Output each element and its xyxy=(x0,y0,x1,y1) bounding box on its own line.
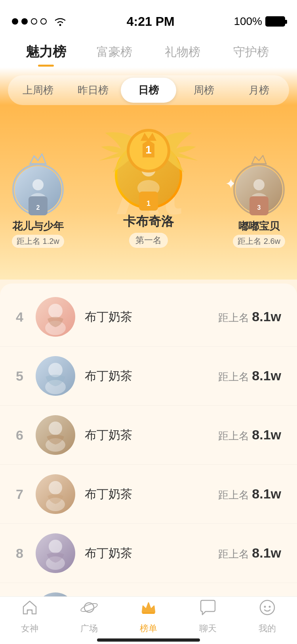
subtab-today[interactable]: 日榜 xyxy=(121,78,176,103)
rank2-sub: 距上名 1.2w xyxy=(12,235,64,248)
signal-dot-4 xyxy=(40,18,47,25)
svg-marker-6 xyxy=(30,154,46,164)
svg-point-30 xyxy=(49,540,62,553)
svg-point-28 xyxy=(49,481,62,494)
sub-tabs: 上周榜 昨日榜 日榜 周榜 月榜 xyxy=(8,75,289,105)
list-rank-8: 8 xyxy=(16,546,36,561)
list-name-6: 布丁奶茶 xyxy=(85,427,218,443)
list-score-6: 距上名 8.1w xyxy=(218,427,281,443)
list-item[interactable]: 7 布丁奶茶 距上名 8.1w xyxy=(0,465,297,524)
top-tabs: 魅力榜 富豪榜 礼物榜 守护榜 xyxy=(0,35,297,67)
list-name-4: 布丁奶茶 xyxy=(85,309,218,325)
svg-text:1: 1 xyxy=(145,144,152,156)
svg-rect-36 xyxy=(142,612,155,614)
list-score-num-6: 8.1w xyxy=(252,427,281,442)
list-score-8: 距上名 8.1w xyxy=(218,545,281,561)
list-rank-7: 7 xyxy=(16,487,36,502)
list-score-7: 距上名 8.1w xyxy=(218,486,281,502)
svg-point-37 xyxy=(260,600,274,615)
nav-item-goddess[interactable]: 女神 xyxy=(21,599,38,634)
home-indicator xyxy=(97,638,200,642)
list-rank-5: 5 xyxy=(16,368,36,384)
rank2-entry[interactable]: 2 花儿与少年 距上名 1.2w xyxy=(12,164,64,248)
svg-point-0 xyxy=(59,24,61,26)
face-icon xyxy=(259,599,276,620)
battery-icon xyxy=(265,16,285,27)
list-avatar-4 xyxy=(36,297,75,337)
wifi-icon xyxy=(53,16,67,27)
subtab-month[interactable]: 月榜 xyxy=(231,78,287,103)
list-name-7: 布丁奶茶 xyxy=(85,486,218,502)
svg-point-8 xyxy=(32,179,44,190)
list-avatar-7 xyxy=(36,474,75,514)
svg-text:2: 2 xyxy=(36,204,40,211)
sub-tabs-wrapper: 上周榜 昨日榜 日榜 周榜 月榜 xyxy=(0,67,297,105)
nav-item-chat[interactable]: 聊天 xyxy=(199,599,217,634)
tab-rich-list[interactable]: 富豪榜 xyxy=(80,40,149,67)
planet-icon xyxy=(80,599,98,620)
list-score-num-5: 8.1w xyxy=(252,368,281,383)
svg-point-39 xyxy=(269,606,271,608)
signal-dot-2 xyxy=(21,18,28,25)
wings-decoration: 1 xyxy=(89,113,208,186)
status-bar: 4:21 PM 100% xyxy=(0,0,297,35)
nav-item-mine[interactable]: 我的 xyxy=(259,599,276,634)
rank2-badge: 2 xyxy=(29,196,48,215)
nav-item-plaza[interactable]: 广场 xyxy=(80,599,98,634)
list-avatar-6 xyxy=(36,415,75,455)
svg-point-22 xyxy=(48,304,63,318)
nav-label-plaza: 广场 xyxy=(80,623,98,634)
svg-text:3: 3 xyxy=(257,204,261,211)
list-score-num-4: 8.1w xyxy=(252,309,281,324)
nav-item-leaderboard[interactable]: 榜单 xyxy=(140,599,157,634)
list-score-4: 距上名 8.1w xyxy=(218,309,281,325)
nav-label-mine: 我的 xyxy=(259,623,276,634)
svg-point-38 xyxy=(264,606,266,608)
list-item[interactable]: 6 布丁奶茶 距上名 8.1w xyxy=(0,406,297,465)
list-item[interactable]: 5 布丁奶茶 距上名 8.1w xyxy=(0,347,297,406)
svg-point-26 xyxy=(49,422,62,435)
status-time: 4:21 PM xyxy=(127,14,175,29)
list-rank-4: 4 xyxy=(16,309,36,325)
bottom-nav: 女神 广场 榜单 聊天 xyxy=(0,596,297,644)
svg-text:1: 1 xyxy=(147,199,150,207)
subtab-yesterday[interactable]: 昨日榜 xyxy=(66,78,121,103)
battery-area: 100% xyxy=(234,15,285,28)
list-card: 4 布丁奶茶 距上名 8.1w 5 xyxy=(0,284,297,644)
hero-section: At 1 xyxy=(0,105,297,280)
nav-label-chat: 聊天 xyxy=(199,623,217,634)
rank3-entry[interactable]: ✦ xyxy=(233,164,285,248)
battery-percentage: 100% xyxy=(234,15,262,28)
rank3-name: 嘟嘟宝贝 xyxy=(233,219,285,233)
tab-guard-list[interactable]: 守护榜 xyxy=(217,40,286,67)
list-rank-6: 6 xyxy=(16,427,36,443)
rank1-name: 卡布奇洛 xyxy=(115,213,182,230)
chat-icon xyxy=(199,599,217,620)
nav-label-goddess: 女神 xyxy=(21,623,38,634)
rank3-badge: 3 xyxy=(249,196,268,215)
list-name-5: 布丁奶茶 xyxy=(85,368,218,384)
signal-area xyxy=(12,16,67,27)
list-item[interactable]: 8 布丁奶茶 距上名 8.1w xyxy=(0,524,297,583)
nav-label-leaderboard: 榜单 xyxy=(140,623,157,634)
signal-dot-1 xyxy=(12,18,18,25)
crown-icon xyxy=(140,599,157,620)
svg-point-35 xyxy=(80,602,98,613)
tab-gift-list[interactable]: 礼物榜 xyxy=(148,40,217,67)
list-name-8: 布丁奶茶 xyxy=(85,545,218,562)
subtab-week[interactable]: 周榜 xyxy=(176,78,232,103)
rank3-avatar-wrapper: 3 xyxy=(233,164,285,215)
rank1-badge: 1 xyxy=(139,192,158,211)
rank3-sub: 距上名 2.6w xyxy=(233,235,285,248)
list-score-num-8: 8.1w xyxy=(252,545,281,560)
list-item[interactable]: 4 布丁奶茶 距上名 8.1w xyxy=(0,288,297,347)
subtab-last-week[interactable]: 上周榜 xyxy=(10,78,66,103)
tab-charm-list[interactable]: 魅力榜 xyxy=(12,39,80,67)
svg-point-18 xyxy=(253,179,265,190)
rank2-avatar-wrapper: 2 xyxy=(12,164,64,215)
svg-marker-16 xyxy=(252,155,266,164)
list-avatar-5 xyxy=(36,356,75,396)
rank1-sub: 第一名 xyxy=(129,233,168,248)
list-score-num-7: 8.1w xyxy=(252,486,281,501)
list-section: 4 布丁奶茶 距上名 8.1w 5 xyxy=(0,280,297,644)
